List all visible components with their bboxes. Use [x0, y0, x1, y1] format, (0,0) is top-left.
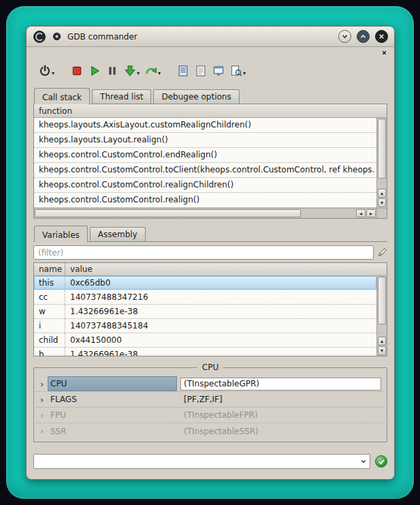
register-group-value: (TInspectableGPR) — [177, 378, 385, 391]
register-group-name: SSR — [48, 423, 177, 439]
tab-thread-list[interactable]: Thread list — [92, 89, 151, 104]
scroll-down-button[interactable]: ▾ — [378, 198, 386, 207]
register-group-value: (TInspectableSSR) — [177, 427, 385, 436]
pen-icon[interactable] — [377, 247, 387, 258]
register-group-value: [PF,ZF,IF] — [177, 395, 385, 404]
callstack-row[interactable]: kheops.control.CustomControl.realign() — [34, 193, 376, 208]
scrollbar-thumb[interactable] — [378, 119, 386, 179]
register-group-row[interactable]: ›FLAGS[PF,ZF,IF] — [36, 392, 385, 408]
cpu-rows: ›CPU(TInspectableGPR)›FLAGS[PF,ZF,IF]›FP… — [36, 376, 385, 439]
scrollbar-thumb[interactable] — [35, 209, 301, 217]
filter-row — [33, 245, 387, 260]
variables-rows: this0xc65db0cc140737488347216w1.43266961… — [34, 276, 376, 356]
watch-window-button[interactable] — [210, 63, 227, 79]
command-input[interactable] — [34, 455, 357, 468]
dropdown-arrow-icon[interactable]: ▾ — [52, 70, 54, 77]
pane-close-icon[interactable] — [381, 50, 387, 56]
variable-name: b — [34, 348, 65, 356]
confirm-check-button[interactable] — [375, 455, 387, 468]
scroll-right-button[interactable]: ▸ — [366, 209, 376, 217]
help-icon[interactable] — [52, 32, 61, 41]
step-into-button[interactable]: ▾ — [121, 63, 142, 79]
source-doc-button[interactable] — [174, 63, 192, 79]
variable-name: this — [34, 276, 65, 290]
step-into-icon — [124, 65, 136, 77]
callstack-row[interactable]: kheops.layouts.Layout.realign() — [34, 133, 376, 148]
callstack-row[interactable]: kheops.layouts.AxisLayout.customRealignC… — [34, 118, 376, 133]
scrollbar-thumb[interactable] — [378, 277, 386, 324]
step-over-button[interactable]: ▾ — [142, 63, 163, 79]
variable-name: cc — [34, 290, 65, 304]
register-value-field[interactable]: (TInspectableGPR) — [180, 378, 381, 391]
inspector-tabs: VariablesAssembly — [33, 226, 387, 242]
table-row[interactable]: b1.43266961e-38 — [34, 348, 376, 356]
close-icon — [378, 33, 385, 40]
scroll-down-button[interactable]: ▾ — [378, 346, 386, 355]
memory-inspect-button[interactable]: ▾ — [227, 63, 248, 79]
filter-input[interactable] — [33, 245, 374, 260]
callstack-column-header: function — [34, 104, 387, 118]
table-row[interactable]: w1.43266961e-38 — [34, 305, 376, 319]
list-doc-button[interactable] — [192, 63, 210, 79]
tab-debugee-options[interactable]: Debugee options — [153, 89, 239, 104]
variable-value: 140737488345184 — [65, 321, 376, 331]
variables-column-header: name value — [34, 263, 387, 276]
scroll-left-button[interactable]: ◂ — [356, 209, 366, 217]
scroll-down-icon: ▾ — [381, 200, 383, 206]
document-search-icon — [230, 65, 242, 77]
variables-panel: name value this0xc65db0cc140737488347216… — [33, 262, 387, 356]
variable-name: i — [34, 319, 65, 333]
tab-call-stack[interactable]: Call stack — [34, 88, 90, 104]
command-combobox[interactable] — [33, 454, 370, 469]
expander-icon[interactable]: › — [36, 395, 48, 404]
register-group-name: FPU — [48, 408, 177, 423]
register-group-name: CPU — [48, 376, 177, 391]
combo-dropdown-icon[interactable] — [357, 455, 370, 468]
callstack-vertical-scrollbar[interactable]: ▴ ▾ — [376, 118, 387, 208]
minimize-button[interactable] — [338, 30, 351, 43]
tab-assembly[interactable]: Assembly — [90, 227, 146, 241]
expander-icon[interactable]: › — [36, 427, 48, 435]
callstack-row[interactable]: kheops.control.CustomControl.endRealign(… — [34, 148, 376, 163]
register-group-value: (TInspectableFPR) — [177, 410, 385, 420]
callstack-row[interactable]: kheops.control.CustomControl.realignChil… — [34, 178, 376, 193]
table-row[interactable]: child0x44150000 — [34, 333, 376, 348]
scroll-right-icon: ▸ — [370, 211, 372, 217]
variables-vertical-scrollbar[interactable]: ▴ ▾ — [376, 276, 387, 356]
table-row[interactable]: i140737488345184 — [34, 319, 376, 333]
column-header-value: value — [65, 264, 93, 274]
pause-button[interactable] — [103, 63, 121, 79]
titlebar[interactable]: GDB commander — [27, 27, 394, 47]
table-row[interactable]: this0xc65db0 — [34, 276, 376, 290]
register-group-row[interactable]: ›SSR(TInspectableSSR) — [36, 423, 385, 439]
scroll-up-button[interactable]: ▴ — [378, 337, 386, 346]
dropdown-arrow-icon[interactable]: ▾ — [137, 70, 140, 77]
scroll-up-button[interactable]: ▴ — [378, 189, 386, 198]
callstack-horizontal-scrollbar[interactable]: ◂ ▸ — [34, 208, 376, 218]
window-title: GDB commander — [67, 32, 138, 42]
register-group-row[interactable]: ›CPU(TInspectableGPR) — [36, 376, 385, 392]
app-icon[interactable] — [33, 30, 46, 44]
table-row[interactable]: cc140737488347216 — [34, 290, 376, 305]
teal-frame: GDB commander ▾▾▾▾ Call stackThread list… — [6, 6, 414, 499]
dropdown-arrow-icon[interactable]: ▾ — [158, 70, 161, 77]
document-list-icon — [195, 65, 207, 77]
stop-icon — [71, 65, 83, 77]
close-button[interactable] — [375, 30, 388, 43]
step-over-icon — [145, 65, 157, 77]
variable-value: 0x44150000 — [65, 335, 376, 345]
chevron-down-icon — [341, 33, 349, 40]
toolbar: ▾▾▾▾ — [33, 61, 387, 81]
expander-icon[interactable]: › — [36, 380, 48, 388]
run-button[interactable] — [86, 63, 103, 79]
maximize-button[interactable] — [357, 30, 370, 43]
power-button[interactable]: ▾ — [36, 63, 57, 79]
register-group-row[interactable]: ›FPU(TInspectableFPR) — [36, 408, 385, 423]
tab-variables[interactable]: Variables — [34, 226, 88, 242]
stop-button[interactable] — [68, 63, 86, 79]
variable-value: 1.43266961e-38 — [65, 350, 376, 356]
callstack-row[interactable]: kheops.control.CustomControl.toClient(kh… — [34, 163, 376, 178]
expander-icon[interactable]: › — [36, 411, 48, 420]
dropdown-arrow-icon[interactable]: ▾ — [243, 70, 246, 77]
scroll-down-icon: ▾ — [381, 348, 383, 354]
